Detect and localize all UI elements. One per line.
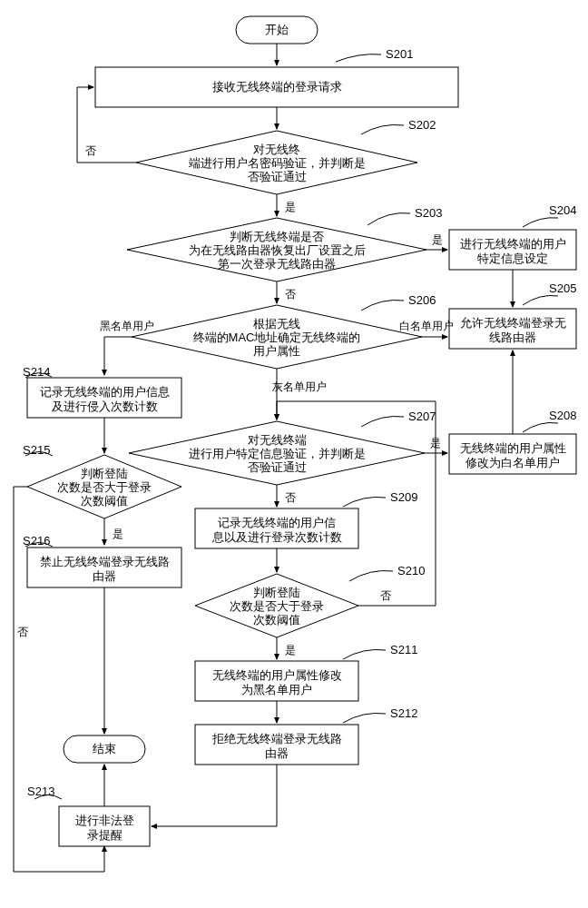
s211-label: S211 xyxy=(390,643,417,656)
svg-text:判断无线终端是否: 判断无线终端是否 xyxy=(230,230,324,243)
svg-text:用户属性: 用户属性 xyxy=(253,344,300,358)
s208-label: S208 xyxy=(549,409,576,422)
s206-decision: 根据无线 终端的MAC地址确定无线终端的 用户属性 xyxy=(132,305,422,369)
svg-text:终端的MAC地址确定无线终端的: 终端的MAC地址确定无线终端的 xyxy=(193,331,361,344)
s206-blacklist: 黑名单用户 xyxy=(100,320,154,332)
start-label: 开始 xyxy=(265,23,289,36)
s210-label: S210 xyxy=(397,564,425,577)
svg-text:及进行侵入次数计数: 及进行侵入次数计数 xyxy=(52,400,158,413)
s205-box: 允许无线终端登录无 线路由器 xyxy=(449,309,576,349)
s214-box: 记录无线终端的用户信息 及进行侵入次数计数 xyxy=(27,378,181,418)
svg-text:第一次登录无线路由器: 第一次登录无线路由器 xyxy=(218,257,336,271)
s215-decision: 判断登陆 次数是否大于登录 次数阈值 xyxy=(27,455,181,518)
svg-text:端进行用户名密码验证，并判断是: 端进行用户名密码验证，并判断是 xyxy=(189,156,366,170)
svg-text:判断登陆: 判断登陆 xyxy=(253,586,300,599)
s201-label: S201 xyxy=(386,47,413,61)
s209-label: S209 xyxy=(390,490,417,504)
s203-yes: 是 xyxy=(432,233,443,246)
svg-text:由器: 由器 xyxy=(93,569,116,583)
s202-no: 否 xyxy=(85,144,96,157)
svg-text:无线终端的用户属性: 无线终端的用户属性 xyxy=(460,441,566,455)
s215-yes: 是 xyxy=(113,528,123,540)
s205-label: S205 xyxy=(549,281,576,295)
s202-decision: 对无线终 端进行用户名密码验证，并判断是 否验证通过 xyxy=(136,131,417,194)
s202-label: S202 xyxy=(408,118,436,132)
svg-text:否验证通过: 否验证通过 xyxy=(248,170,307,183)
s210-yes: 是 xyxy=(285,644,296,656)
s215-no: 否 xyxy=(17,626,28,638)
s203-no: 否 xyxy=(285,288,296,301)
svg-text:由器: 由器 xyxy=(265,746,289,760)
svg-text:记录无线终端的用户信: 记录无线终端的用户信 xyxy=(218,516,336,529)
start-terminal: 开始 xyxy=(236,16,318,44)
s202-yes: 是 xyxy=(285,201,296,213)
svg-text:接收无线终端的登录请求: 接收无线终端的登录请求 xyxy=(212,80,342,94)
svg-text:对无线终: 对无线终 xyxy=(253,143,300,156)
s212-label: S212 xyxy=(390,706,417,720)
end-terminal: 结束 xyxy=(64,735,145,763)
svg-text:息以及进行登录次数计数: 息以及进行登录次数计数 xyxy=(211,530,342,544)
s210-decision: 判断登陆 次数是否大于登录 次数阈值 xyxy=(195,574,358,637)
svg-text:进行用户特定信息验证，并判断是: 进行用户特定信息验证，并判断是 xyxy=(189,447,366,460)
s211-box: 无线终端的用户属性修改 为黑名单用户 xyxy=(195,661,358,701)
s213-box: 进行非法登 录提醒 xyxy=(59,806,150,846)
s203-decision: 判断无线终端是否 为在无线路由器恢复出厂设置之后 第一次登录无线路由器 xyxy=(127,218,426,281)
end-label: 结束 xyxy=(93,742,116,755)
s213-label: S213 xyxy=(27,785,54,798)
svg-text:次数阈值: 次数阈值 xyxy=(81,494,128,508)
s208-box: 无线终端的用户属性 修改为白名单用户 xyxy=(449,434,576,474)
svg-text:进行无线终端的用户: 进行无线终端的用户 xyxy=(460,237,566,251)
s207-no: 否 xyxy=(285,491,296,504)
s216-box: 禁止无线终端登录无线路 由器 xyxy=(27,548,181,587)
svg-text:判断登陆: 判断登陆 xyxy=(81,467,128,480)
s206-graylist: 灰名单用户 xyxy=(272,380,327,393)
svg-text:拒绝无线终端登录无线路: 拒绝无线终端登录无线路 xyxy=(211,732,342,745)
svg-text:允许无线终端登录无: 允许无线终端登录无 xyxy=(460,316,566,330)
s204-label: S204 xyxy=(549,203,576,217)
svg-text:次数阈值: 次数阈值 xyxy=(253,613,300,627)
svg-text:线路由器: 线路由器 xyxy=(489,331,536,344)
svg-text:特定信息设定: 特定信息设定 xyxy=(477,252,548,265)
svg-text:根据无线: 根据无线 xyxy=(253,317,300,331)
s209-box: 记录无线终端的用户信 息以及进行登录次数计数 xyxy=(195,508,358,548)
s207-decision: 对无线终端 进行用户特定信息验证，并判断是 否验证通过 xyxy=(129,421,425,485)
svg-text:为黑名单用户: 为黑名单用户 xyxy=(241,683,312,696)
svg-text:禁止无线终端登录无线路: 禁止无线终端登录无线路 xyxy=(40,555,170,568)
svg-text:录提醒: 录提醒 xyxy=(87,828,122,842)
s203-label: S203 xyxy=(415,206,442,220)
svg-text:否验证通过: 否验证通过 xyxy=(248,460,307,474)
s206-whitelist: 白名单用户 xyxy=(399,320,454,332)
svg-text:进行非法登: 进行非法登 xyxy=(75,814,134,827)
s201-box: 接收无线终端的登录请求 xyxy=(95,67,458,107)
svg-text:次数是否大于登录: 次数是否大于登录 xyxy=(230,599,324,613)
s212-box: 拒绝无线终端登录无线路 由器 xyxy=(195,725,358,765)
svg-text:无线终端的用户属性修改: 无线终端的用户属性修改 xyxy=(212,668,342,682)
svg-text:修改为白名单用户: 修改为白名单用户 xyxy=(466,456,560,469)
s207-label: S207 xyxy=(408,410,436,423)
s206-label: S206 xyxy=(408,293,436,307)
s210-no: 否 xyxy=(380,589,391,602)
s204-box: 进行无线终端的用户 特定信息设定 xyxy=(449,230,576,270)
svg-text:次数是否大于登录: 次数是否大于登录 xyxy=(57,480,152,494)
svg-text:对无线终端: 对无线终端 xyxy=(248,433,307,447)
svg-text:为在无线路由器恢复出厂设置之后: 为在无线路由器恢复出厂设置之后 xyxy=(189,243,366,257)
svg-text:记录无线终端的用户信息: 记录无线终端的用户信息 xyxy=(40,385,170,399)
